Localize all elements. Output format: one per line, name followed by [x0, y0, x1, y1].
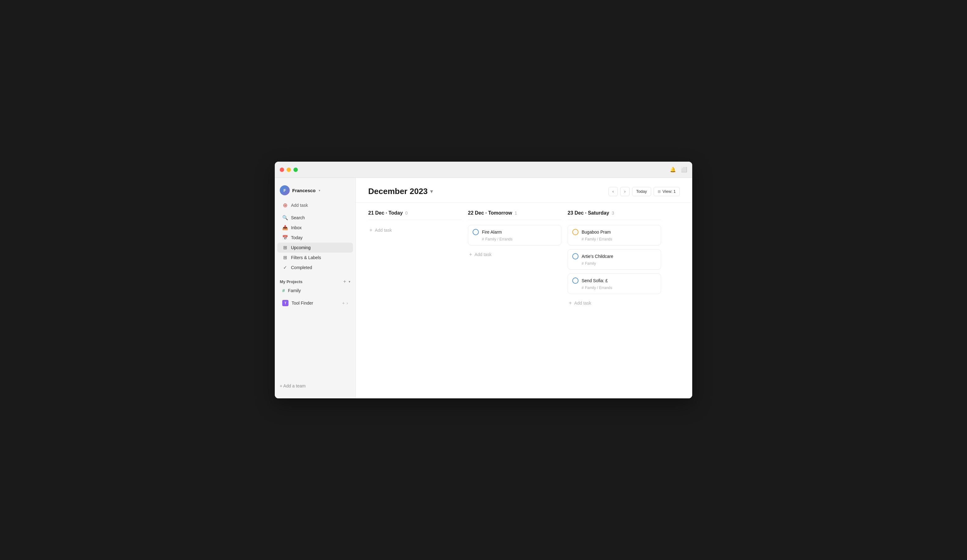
sidebar-item-completed[interactable]: ✓ Completed — [277, 263, 353, 273]
sidebar-item-today[interactable]: 📅 Today — [277, 233, 353, 243]
day-label-tomorrow: 22 Dec · Tomorrow — [468, 210, 512, 216]
task-tags-sofia: # Family / Errands — [572, 286, 657, 290]
grid-icon: ⊞ — [282, 245, 288, 250]
add-task-button[interactable]: ⊕ Add task — [277, 200, 353, 210]
search-icon: 🔍 — [282, 215, 288, 221]
filter-icon: ⊞ — [282, 255, 288, 260]
sidebar-item-upcoming[interactable]: ⊞ Upcoming — [277, 243, 353, 253]
sidebar-item-label: Upcoming — [291, 245, 310, 250]
projects-expand-icon[interactable]: ▾ — [348, 280, 350, 284]
projects-add-icon[interactable]: + — [343, 279, 346, 284]
maximize-button[interactable] — [294, 168, 298, 172]
sidebar-item-filters[interactable]: ⊞ Filters & Labels — [277, 253, 353, 263]
task-circle-sofia[interactable] — [572, 278, 579, 284]
today-button[interactable]: Today — [632, 187, 651, 196]
project-family[interactable]: # Family — [277, 286, 353, 295]
tool-chevron-icon[interactable]: › — [347, 301, 348, 306]
add-team-label: + Add a team — [280, 384, 305, 389]
task-card-fire-alarm[interactable]: Fire Alarm # Family / Errands — [468, 225, 561, 245]
app-window: 🔔 ⬜ F Francesco ▾ ⊕ Add task 🔍 Search — [275, 161, 692, 399]
user-menu[interactable]: F Francesco ▾ — [275, 183, 355, 200]
view-button[interactable]: ⊞ View: 1 — [653, 187, 680, 196]
task-circle-fire-alarm[interactable] — [473, 229, 479, 235]
task-name-sofia: Send Sofia: £ — [582, 278, 608, 283]
tool-finder-item[interactable]: T Tool Finder + › — [277, 298, 353, 308]
check-circle-icon: ✓ — [282, 265, 288, 270]
tag-text-bugaboo: Family / Errands — [585, 237, 612, 241]
sidebar-item-label: Inbox — [291, 225, 302, 230]
sidebar-item-inbox[interactable]: 📥 Inbox — [277, 223, 353, 233]
add-task-today[interactable]: + Add task — [368, 225, 462, 236]
add-task-label: Add task — [375, 228, 392, 233]
notification-icon[interactable]: 🔔 — [670, 166, 676, 173]
day-column-saturday: 23 Dec · Saturday 3 Bugaboo Pram # Famil… — [568, 210, 661, 391]
add-task-label: Add task — [574, 301, 591, 306]
calendar-body: 21 Dec · Today 0 + Add task 22 Dec · Tom… — [356, 203, 692, 399]
close-button[interactable] — [280, 168, 284, 172]
tag-hash-icon: # — [582, 286, 584, 290]
day-count-today: 0 — [405, 211, 408, 216]
task-tags-fire-alarm: # Family / Errands — [473, 237, 557, 241]
username: Francesco — [292, 188, 315, 193]
tool-finder-label: Tool Finder — [292, 301, 313, 306]
main-content: December 2023 ▾ ‹ › Today ⊞ View: 1 — [356, 178, 692, 399]
day-count-saturday: 3 — [612, 211, 614, 216]
project-name: Family — [288, 288, 300, 293]
task-tags-bugaboo: # Family / Errands — [572, 237, 657, 241]
day-label-saturday: 23 Dec · Saturday — [568, 210, 609, 216]
plus-icon: + — [469, 252, 472, 257]
day-column-today: 21 Dec · Today 0 + Add task — [368, 210, 462, 391]
task-circle-arties[interactable] — [572, 253, 579, 259]
day-column-tomorrow: 22 Dec · Tomorrow 1 Fire Alarm # Family … — [468, 210, 561, 391]
task-name-bugaboo: Bugaboo Pram — [582, 229, 611, 234]
tool-add-icon[interactable]: + — [342, 301, 345, 306]
task-card-arties[interactable]: Artie's Childcare # Family — [568, 249, 661, 270]
calendar-icon: 📅 — [282, 235, 288, 240]
view-filter-icon: ⊞ — [658, 189, 661, 194]
projects-section-header: My Projects + ▾ — [275, 275, 355, 286]
tag-text-sofia: Family / Errands — [585, 286, 612, 290]
avatar: F — [280, 185, 290, 195]
add-task-saturday[interactable]: + Add task — [568, 298, 661, 308]
sidebar-item-label: Search — [291, 215, 305, 220]
task-circle-bugaboo[interactable] — [572, 229, 579, 235]
projects-title: My Projects — [280, 279, 302, 284]
inbox-icon: 📥 — [282, 225, 288, 231]
plus-icon: + — [569, 300, 572, 306]
tag-text-fire-alarm: Family / Errands — [485, 237, 513, 241]
sidebar: F Francesco ▾ ⊕ Add task 🔍 Search 📥 Inbo… — [275, 178, 356, 399]
page-title[interactable]: December 2023 ▾ — [368, 186, 433, 196]
sidebar-item-label: Completed — [291, 265, 312, 270]
task-card-bugaboo[interactable]: Bugaboo Pram # Family / Errands — [568, 225, 661, 245]
add-task-tomorrow[interactable]: + Add task — [468, 249, 561, 260]
sidebar-item-search[interactable]: 🔍 Search — [277, 213, 353, 223]
month-year-label: December 2023 — [368, 186, 428, 196]
hash-icon: # — [282, 288, 285, 293]
plus-icon: + — [370, 227, 372, 233]
plus-circle-icon: ⊕ — [282, 203, 288, 208]
prev-button[interactable]: ‹ — [609, 187, 618, 196]
header-controls: ‹ › Today ⊞ View: 1 — [609, 187, 680, 196]
tag-hash-icon: # — [582, 237, 584, 241]
sidebar-bottom: + Add a team — [275, 379, 355, 394]
next-button[interactable]: › — [620, 187, 630, 196]
minimize-button[interactable] — [287, 168, 291, 172]
sidebar-item-label: Filters & Labels — [291, 255, 321, 260]
user-chevron-icon: ▾ — [319, 189, 320, 192]
task-tags-arties: # Family — [572, 261, 657, 266]
task-name-fire-alarm: Fire Alarm — [482, 229, 502, 234]
day-label-today: 21 Dec · Today — [368, 210, 403, 216]
tool-avatar: T — [282, 300, 289, 306]
tag-hash-icon: # — [482, 237, 484, 241]
tag-hash-icon: # — [582, 261, 584, 266]
add-team-button[interactable]: + Add a team — [280, 384, 350, 389]
day-header-saturday: 23 Dec · Saturday 3 — [568, 210, 661, 220]
day-header-tomorrow: 22 Dec · Tomorrow 1 — [468, 210, 561, 220]
sidebar-item-label: Today — [291, 235, 302, 240]
sidebar-toggle-icon[interactable]: ⬜ — [681, 166, 687, 173]
day-count-tomorrow: 1 — [515, 211, 517, 216]
day-header-today: 21 Dec · Today 0 — [368, 210, 462, 220]
view-label: View: 1 — [663, 189, 676, 194]
task-card-sofia[interactable]: Send Sofia: £ # Family / Errands — [568, 273, 661, 294]
add-task-label: Add task — [291, 203, 308, 208]
